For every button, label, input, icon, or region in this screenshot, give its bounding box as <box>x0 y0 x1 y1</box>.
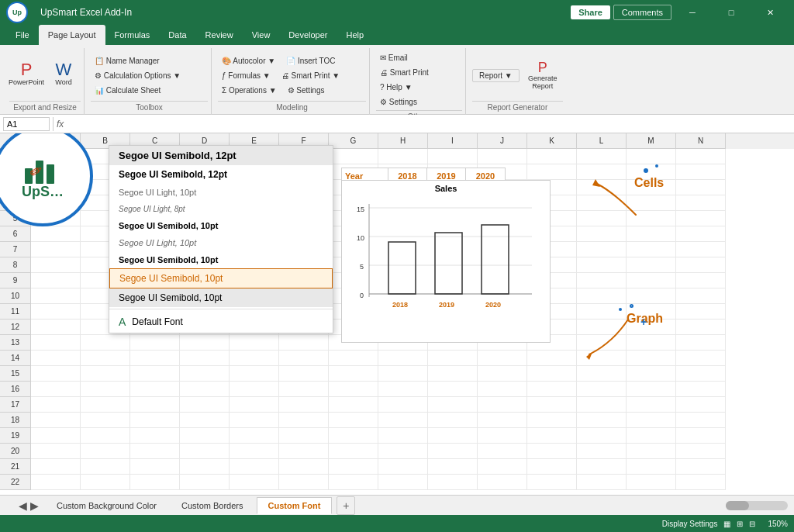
cell-B15[interactable] <box>81 366 130 382</box>
cell-E18[interactable] <box>230 413 279 428</box>
cell-M4[interactable] <box>627 195 676 211</box>
default-font-item[interactable]: A Default Font <box>109 311 333 333</box>
cell-K16[interactable] <box>527 382 577 397</box>
cell-H16[interactable] <box>378 382 428 397</box>
cell-G19[interactable] <box>329 428 378 444</box>
cell-L17[interactable] <box>577 397 627 413</box>
nav-prev-sheet[interactable]: ◀ <box>19 499 27 512</box>
cell-I15[interactable] <box>428 366 478 382</box>
cell-C13[interactable] <box>130 335 180 351</box>
cell-A20[interactable] <box>31 444 81 459</box>
cell-N22[interactable] <box>676 475 726 490</box>
cell-L21[interactable] <box>577 459 627 475</box>
help-button[interactable]: ? Help ▼ <box>376 81 416 94</box>
cell-B18[interactable] <box>81 413 130 428</box>
cell-F16[interactable] <box>279 382 329 397</box>
col-header-G[interactable]: G <box>329 133 378 149</box>
cell-J18[interactable] <box>478 413 527 428</box>
cell-K18[interactable] <box>527 413 577 428</box>
cell-E16[interactable] <box>230 382 279 397</box>
cell-M9[interactable] <box>627 273 676 288</box>
cell-H15[interactable] <box>378 366 428 382</box>
cell-I14[interactable] <box>428 351 478 366</box>
col-header-N[interactable]: N <box>676 133 726 149</box>
cell-A9[interactable] <box>31 273 81 288</box>
row-header-10[interactable]: 10 <box>0 288 31 304</box>
smart-print-button[interactable]: 🖨 Smart Print ▼ <box>278 69 343 82</box>
autocolor-button[interactable]: 🎨 Autocolor ▼ <box>218 54 279 67</box>
tab-formulas[interactable]: Formulas <box>105 25 160 45</box>
cell-M2[interactable] <box>627 164 676 180</box>
email-button[interactable]: ✉ Email <box>376 51 412 64</box>
cell-K19[interactable] <box>527 428 577 444</box>
cell-K21[interactable] <box>527 459 577 475</box>
sheet-tab-custom-bg[interactable]: Custom Background Color <box>45 497 168 513</box>
font-item-5[interactable]: Segoe UI Semibold, 10pt <box>109 217 333 234</box>
cell-F21[interactable] <box>279 459 329 475</box>
cell-G14[interactable] <box>329 351 378 366</box>
add-sheet-button[interactable]: + <box>337 496 355 515</box>
cell-A13[interactable] <box>31 335 81 351</box>
cell-L13[interactable] <box>577 335 627 351</box>
cell-G22[interactable] <box>329 475 378 490</box>
col-header-K[interactable]: K <box>527 133 577 149</box>
cell-D21[interactable] <box>180 459 230 475</box>
cell-E22[interactable] <box>230 475 279 490</box>
minimize-button[interactable]: ─ <box>675 0 710 25</box>
cell-N16[interactable] <box>676 382 726 397</box>
cell-B16[interactable] <box>81 382 130 397</box>
comments-button[interactable]: Comments <box>613 5 671 20</box>
cell-C19[interactable] <box>130 428 180 444</box>
col-header-L[interactable]: L <box>577 133 627 149</box>
row-header-21[interactable]: 21 <box>0 459 31 475</box>
cell-H14[interactable] <box>378 351 428 366</box>
cell-N19[interactable] <box>676 428 726 444</box>
row-header-17[interactable]: 17 <box>0 397 31 413</box>
sheet-scrollbar[interactable] <box>726 501 788 510</box>
display-settings-label[interactable]: Display Settings <box>662 520 718 528</box>
cell-D15[interactable] <box>180 366 230 382</box>
font-dropdown[interactable]: Segoe UI Semibold, 12pt Segoe UI Semibol… <box>109 145 333 333</box>
maximize-button[interactable]: □ <box>713 0 749 25</box>
cell-L1[interactable] <box>577 149 627 164</box>
tab-developer[interactable]: Developer <box>279 25 337 45</box>
cell-M11[interactable] <box>627 304 676 320</box>
cell-A12[interactable] <box>31 320 81 335</box>
cell-M12[interactable] <box>627 320 676 335</box>
cell-L2[interactable] <box>577 164 627 180</box>
cell-F13[interactable] <box>279 335 329 351</box>
font-item-8[interactable]: Segoe UI Semibold, 10pt <box>109 268 333 288</box>
cell-M16[interactable] <box>627 382 676 397</box>
font-item-3[interactable]: Segoe UI Light, 10pt <box>109 184 333 201</box>
view-page-break-icon[interactable]: ⊟ <box>749 520 755 528</box>
cell-D20[interactable] <box>180 444 230 459</box>
cell-M13[interactable] <box>627 335 676 351</box>
cell-C17[interactable] <box>130 397 180 413</box>
cell-N18[interactable] <box>676 413 726 428</box>
row-header-12[interactable]: 12 <box>0 320 31 335</box>
cell-K14[interactable] <box>527 351 577 366</box>
row-header-20[interactable]: 20 <box>0 444 31 459</box>
cell-G15[interactable] <box>329 366 378 382</box>
cell-D19[interactable] <box>180 428 230 444</box>
row-header-14[interactable]: 14 <box>0 351 31 366</box>
cell-A18[interactable] <box>31 413 81 428</box>
cell-N5[interactable] <box>676 211 726 226</box>
cell-L19[interactable] <box>577 428 627 444</box>
cell-I18[interactable] <box>428 413 478 428</box>
cell-N2[interactable] <box>676 164 726 180</box>
cell-K20[interactable] <box>527 444 577 459</box>
cell-L15[interactable] <box>577 366 627 382</box>
cell-D13[interactable] <box>180 335 230 351</box>
cell-C15[interactable] <box>130 366 180 382</box>
cell-M21[interactable] <box>627 459 676 475</box>
cell-C22[interactable] <box>130 475 180 490</box>
cell-K17[interactable] <box>527 397 577 413</box>
cell-J14[interactable] <box>478 351 527 366</box>
cell-D16[interactable] <box>180 382 230 397</box>
cell-M7[interactable] <box>627 242 676 257</box>
cell-N10[interactable] <box>676 288 726 304</box>
cell-B13[interactable] <box>81 335 130 351</box>
cell-D18[interactable] <box>180 413 230 428</box>
cell-G21[interactable] <box>329 459 378 475</box>
